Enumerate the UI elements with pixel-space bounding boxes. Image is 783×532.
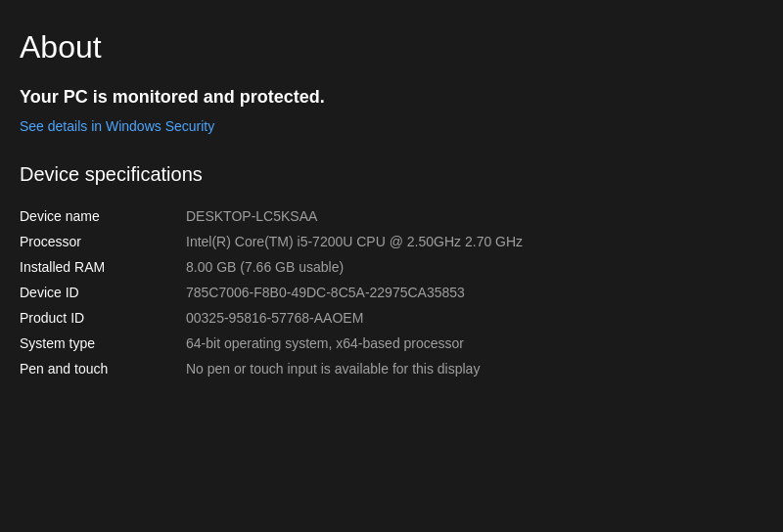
spec-value: DESKTOP-LC5KSAA — [176, 203, 763, 229]
spec-value: 8.00 GB (7.66 GB usable) — [176, 254, 763, 280]
protection-status-text: Your PC is monitored and protected. — [20, 87, 763, 108]
spec-value: No pen or touch input is available for t… — [176, 356, 763, 381]
spec-value: Intel(R) Core(TM) i5-7200U CPU @ 2.50GHz… — [176, 229, 763, 254]
spec-label: Device ID — [20, 280, 176, 305]
spec-label: Installed RAM — [20, 254, 176, 280]
spec-label: Processor — [20, 229, 176, 254]
table-row: Device nameDESKTOP-LC5KSAA — [20, 203, 763, 229]
spec-value: 785C7006-F8B0-49DC-8C5A-22975CA35853 — [176, 280, 763, 305]
spec-label: Pen and touch — [20, 356, 176, 381]
table-row: Product ID00325-95816-57768-AAOEM — [20, 305, 763, 331]
table-row: ProcessorIntel(R) Core(TM) i5-7200U CPU … — [20, 229, 763, 254]
spec-label: Product ID — [20, 305, 176, 331]
table-row: Device ID785C7006-F8B0-49DC-8C5A-22975CA… — [20, 280, 763, 305]
table-row: System type64-bit operating system, x64-… — [20, 331, 763, 356]
spec-value: 00325-95816-57768-AAOEM — [176, 305, 763, 331]
specs-table: Device nameDESKTOP-LC5KSAAProcessorIntel… — [20, 203, 763, 381]
spec-label: Device name — [20, 203, 176, 229]
table-row: Installed RAM8.00 GB (7.66 GB usable) — [20, 254, 763, 280]
spec-value: 64-bit operating system, x64-based proce… — [176, 331, 763, 356]
table-row: Pen and touchNo pen or touch input is av… — [20, 356, 763, 381]
device-specifications-heading: Device specifications — [20, 163, 763, 186]
windows-security-link[interactable]: See details in Windows Security — [20, 118, 214, 134]
page-title: About — [20, 29, 763, 66]
spec-label: System type — [20, 331, 176, 356]
